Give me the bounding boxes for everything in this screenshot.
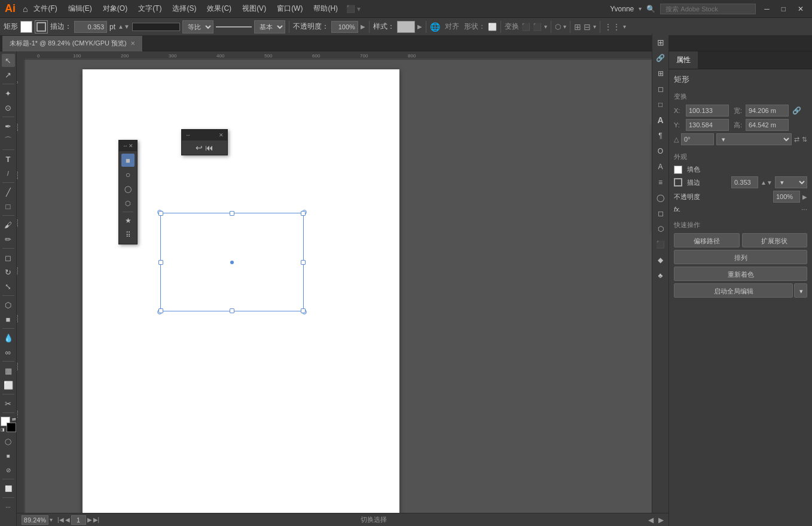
tool-shape-builder[interactable]: ⬡ [2, 298, 15, 311]
ri-square[interactable]: ◻ [654, 207, 667, 220]
tool-shape[interactable]: □ [2, 200, 15, 213]
scroll-left-icon[interactable]: ◀ [648, 516, 654, 524]
flip-h-icon[interactable]: ⇄ [794, 136, 799, 143]
menu-select[interactable]: 选择(S) [167, 2, 201, 15]
minimize-button[interactable]: ─ [761, 5, 773, 13]
stroke-unit-dropdown[interactable]: ▾ [775, 176, 807, 188]
style-swatch[interactable] [397, 21, 415, 33]
zoom-input[interactable] [22, 515, 48, 525]
ri-ellipse[interactable]: ◯ [654, 191, 667, 204]
close-button[interactable]: ✕ [794, 5, 807, 13]
angle-input[interactable] [681, 133, 714, 145]
ri-round-rect[interactable]: □ [654, 98, 667, 111]
layout-icon2[interactable]: ⊟ [584, 22, 591, 32]
mini-tool-hexagon[interactable]: ⬡ [121, 197, 135, 210]
arrange-button[interactable]: 排列 [674, 250, 807, 264]
first-page-button[interactable]: |◀ [57, 516, 64, 523]
opacity-input[interactable] [331, 21, 358, 33]
web-icon[interactable]: 🌐 [430, 22, 440, 32]
anim-panel-close[interactable]: ✕ [219, 132, 224, 138]
menu-object[interactable]: 对象(O) [98, 2, 132, 15]
opacity-arrow-panel[interactable]: ▶ [802, 194, 807, 200]
opacity-value-panel[interactable] [773, 191, 800, 203]
angle-dropdown[interactable]: ▾ [716, 133, 792, 145]
mini-tool-ellipse[interactable]: ◯ [121, 182, 135, 195]
menu-effect[interactable]: 效果(C) [202, 2, 236, 15]
mini-panel-expand[interactable]: ↔ [123, 143, 128, 149]
x-input[interactable] [686, 105, 729, 117]
stroke-value-input[interactable] [74, 21, 107, 33]
next-page-button[interactable]: ▶ [87, 516, 92, 523]
tool-rotate[interactable]: ↻ [2, 265, 15, 279]
handle-tc[interactable] [230, 211, 234, 216]
user-dropdown-icon[interactable]: ▾ [639, 5, 642, 12]
fill-swatch[interactable] [20, 21, 32, 33]
tool-change-screen-mode[interactable]: ⬜ [2, 482, 15, 495]
stroke-arrows[interactable]: ▲▼ [118, 23, 130, 30]
mini-tool-star[interactable]: ★ [121, 214, 135, 227]
tool-line[interactable]: ╱ [2, 185, 15, 198]
anim-undo-icon[interactable]: ↩ [196, 143, 203, 152]
handle-bc[interactable] [230, 308, 234, 313]
menu-help[interactable]: 帮助(H) [309, 2, 343, 15]
tool-gradient-small[interactable]: ■ [2, 449, 15, 462]
tool-artboard[interactable]: ⬜ [2, 378, 15, 392]
global-edit-button[interactable]: 启动全局编辑 [674, 283, 793, 298]
mini-tool-circle-outline[interactable]: ○ [121, 168, 135, 181]
handle-mr[interactable] [301, 260, 306, 265]
tool-gradient[interactable]: ■ [2, 313, 15, 326]
page-input[interactable] [71, 515, 86, 525]
menu-home[interactable]: ⌂ [23, 4, 28, 14]
more-dropdown-icon[interactable]: ▾ [623, 23, 626, 30]
ri-link[interactable]: 🔗 [654, 51, 667, 65]
menu-text[interactable]: 文字(T) [133, 2, 166, 15]
w-input[interactable] [746, 105, 789, 117]
transform-dropdown-icon[interactable]: ▾ [544, 23, 547, 30]
handle-br[interactable] [301, 308, 306, 313]
layout-icon1[interactable]: ⊞ [574, 22, 581, 32]
scroll-right-icon[interactable]: ▶ [658, 516, 664, 524]
selection-box[interactable] [160, 213, 304, 311]
menu-file[interactable]: 文件(F) [29, 2, 62, 15]
opacity-arrow[interactable]: ▶ [361, 23, 365, 30]
canvas-area[interactable]: 0 100 200 300 400 500 600 700 800 0 100 … [17, 51, 668, 526]
shape-icon[interactable]: 形状： [464, 22, 486, 32]
arrange-dropdown-icon[interactable]: ▾ [563, 23, 566, 30]
document-tab[interactable]: 未标题-1* @ 89.24% (CMYK/GPU 预览) ✕ [2, 36, 143, 51]
ri-artboard-tool[interactable]: ◆ [654, 253, 667, 267]
flip-v-icon[interactable]: ⇅ [802, 136, 807, 143]
tool-select[interactable]: ↖ [2, 54, 15, 67]
tool-paint-brush[interactable]: 🖌 [2, 218, 15, 231]
handle-bl[interactable] [158, 308, 163, 313]
shape-option-icon[interactable]: ⬜ [488, 23, 497, 31]
global-edit-dropdown[interactable]: ▾ [794, 283, 807, 298]
tool-scale[interactable]: ⤡ [2, 280, 15, 293]
fill-color-swatch[interactable] [674, 166, 682, 174]
bg-color-swatch[interactable] [7, 423, 16, 432]
tool-color-mode[interactable]: ◯ [2, 435, 15, 448]
offset-path-button[interactable]: 偏移路径 [674, 233, 740, 247]
menu-view[interactable]: 视图(V) [237, 2, 271, 15]
tool-type[interactable]: T [2, 152, 15, 166]
tool-pen[interactable]: ✒ [2, 120, 15, 133]
layout-dropdown-icon[interactable]: ▾ [593, 23, 596, 30]
menu-window[interactable]: 窗口(W) [272, 2, 307, 15]
tool-curvature[interactable]: ⌒ [2, 134, 15, 147]
style-arrow[interactable]: ▶ [417, 23, 422, 30]
ri-paragraph[interactable]: ¶ [654, 129, 667, 142]
tool-none[interactable]: ⊘ [2, 463, 15, 476]
mini-tool-square[interactable]: ■ [121, 154, 135, 167]
blend-dropdown[interactable]: 等比 [182, 20, 213, 33]
anim-panel-expand[interactable]: ↔ [185, 132, 191, 138]
prev-page-button[interactable]: ◀ [65, 516, 70, 523]
tool-magic-wand[interactable]: ✦ [2, 87, 15, 100]
stroke-value-panel[interactable] [731, 176, 758, 188]
mini-tool-dots[interactable]: ⠿ [121, 228, 135, 241]
tool-slice[interactable]: ✂ [2, 397, 15, 410]
mini-panel-close[interactable]: ✕ [129, 143, 133, 149]
stroke-color-swatch[interactable] [674, 178, 682, 186]
ri-type-a[interactable]: A [654, 114, 667, 127]
h-input[interactable] [746, 119, 789, 131]
swap-colors-icon[interactable]: ⇄ [12, 417, 16, 422]
last-page-button[interactable]: ▶| [93, 516, 100, 523]
